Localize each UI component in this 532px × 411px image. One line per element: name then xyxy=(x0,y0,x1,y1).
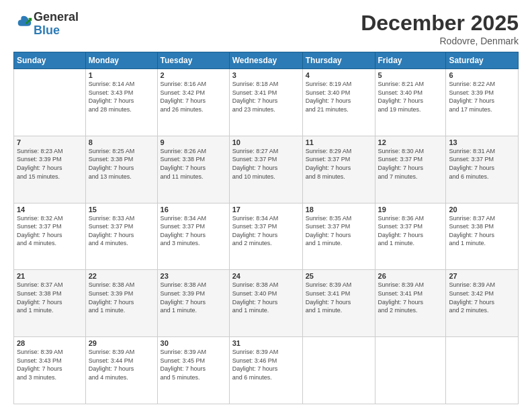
calendar-cell: 6Sunrise: 8:22 AM Sunset: 3:39 PM Daylig… xyxy=(446,69,519,136)
day-number: 29 xyxy=(89,339,154,347)
week-row-1: 1Sunrise: 8:14 AM Sunset: 3:43 PM Daylig… xyxy=(14,69,519,136)
logo-icon xyxy=(15,15,34,34)
day-info: Sunrise: 8:16 AM Sunset: 3:42 PM Dayligh… xyxy=(161,80,226,113)
weekday-wednesday: Wednesday xyxy=(229,52,302,69)
calendar-cell xyxy=(14,69,86,136)
day-number: 27 xyxy=(449,272,515,280)
week-row-2: 7Sunrise: 8:23 AM Sunset: 3:39 PM Daylig… xyxy=(14,136,519,203)
day-number: 10 xyxy=(232,138,300,146)
day-number: 19 xyxy=(378,205,443,214)
weekday-header-row: SundayMondayTuesdayWednesdayThursdayFrid… xyxy=(14,52,519,69)
calendar-cell: 13Sunrise: 8:31 AM Sunset: 3:37 PM Dayli… xyxy=(446,136,519,203)
calendar-cell: 10Sunrise: 8:27 AM Sunset: 3:37 PM Dayli… xyxy=(229,136,302,203)
month-title: December 2025 xyxy=(361,11,519,36)
day-number: 7 xyxy=(17,138,83,146)
day-info: Sunrise: 8:14 AM Sunset: 3:43 PM Dayligh… xyxy=(89,80,154,113)
calendar-cell: 12Sunrise: 8:30 AM Sunset: 3:37 PM Dayli… xyxy=(375,136,446,203)
day-info: Sunrise: 8:39 AM Sunset: 3:44 PM Dayligh… xyxy=(89,348,154,381)
day-info: Sunrise: 8:32 AM Sunset: 3:37 PM Dayligh… xyxy=(17,214,83,248)
day-info: Sunrise: 8:39 AM Sunset: 3:41 PM Dayligh… xyxy=(378,281,443,314)
calendar-cell: 2Sunrise: 8:16 AM Sunset: 3:42 PM Daylig… xyxy=(157,69,229,136)
day-info: Sunrise: 8:25 AM Sunset: 3:38 PM Dayligh… xyxy=(89,147,154,181)
day-info: Sunrise: 8:23 AM Sunset: 3:39 PM Dayligh… xyxy=(17,147,83,181)
calendar-cell: 9Sunrise: 8:26 AM Sunset: 3:38 PM Daylig… xyxy=(157,136,229,203)
calendar-cell: 17Sunrise: 8:34 AM Sunset: 3:37 PM Dayli… xyxy=(229,203,302,270)
calendar-cell: 8Sunrise: 8:25 AM Sunset: 3:38 PM Daylig… xyxy=(85,136,157,203)
calendar-cell: 16Sunrise: 8:34 AM Sunset: 3:37 PM Dayli… xyxy=(157,203,229,270)
day-number: 28 xyxy=(17,339,83,347)
day-number: 26 xyxy=(378,272,443,280)
day-number: 30 xyxy=(161,339,226,347)
day-number: 1 xyxy=(89,71,154,79)
day-number: 31 xyxy=(232,339,300,347)
day-info: Sunrise: 8:18 AM Sunset: 3:41 PM Dayligh… xyxy=(232,80,300,113)
calendar-cell: 29Sunrise: 8:39 AM Sunset: 3:44 PM Dayli… xyxy=(85,337,157,404)
day-number: 3 xyxy=(232,71,300,79)
day-number: 16 xyxy=(161,205,226,214)
day-number: 14 xyxy=(17,205,83,214)
day-info: Sunrise: 8:39 AM Sunset: 3:41 PM Dayligh… xyxy=(306,281,372,314)
week-row-3: 14Sunrise: 8:32 AM Sunset: 3:37 PM Dayli… xyxy=(14,203,519,270)
calendar-cell xyxy=(446,337,519,404)
calendar-cell: 24Sunrise: 8:38 AM Sunset: 3:40 PM Dayli… xyxy=(229,270,302,337)
calendar-cell: 20Sunrise: 8:37 AM Sunset: 3:38 PM Dayli… xyxy=(446,203,519,270)
day-number: 11 xyxy=(306,138,372,146)
calendar-cell: 15Sunrise: 8:33 AM Sunset: 3:37 PM Dayli… xyxy=(85,203,157,270)
calendar-cell: 26Sunrise: 8:39 AM Sunset: 3:41 PM Dayli… xyxy=(375,270,446,337)
day-info: Sunrise: 8:22 AM Sunset: 3:39 PM Dayligh… xyxy=(449,80,515,113)
calendar-cell: 7Sunrise: 8:23 AM Sunset: 3:39 PM Daylig… xyxy=(14,136,86,203)
day-info: Sunrise: 8:19 AM Sunset: 3:40 PM Dayligh… xyxy=(306,80,372,113)
day-info: Sunrise: 8:27 AM Sunset: 3:37 PM Dayligh… xyxy=(232,147,300,181)
calendar-cell: 25Sunrise: 8:39 AM Sunset: 3:41 PM Dayli… xyxy=(302,270,375,337)
day-info: Sunrise: 8:39 AM Sunset: 3:45 PM Dayligh… xyxy=(161,348,226,381)
day-info: Sunrise: 8:21 AM Sunset: 3:40 PM Dayligh… xyxy=(378,80,443,113)
calendar-cell: 28Sunrise: 8:39 AM Sunset: 3:43 PM Dayli… xyxy=(14,337,86,404)
calendar-cell: 1Sunrise: 8:14 AM Sunset: 3:43 PM Daylig… xyxy=(85,69,157,136)
day-number: 24 xyxy=(232,272,300,280)
day-info: Sunrise: 8:29 AM Sunset: 3:37 PM Dayligh… xyxy=(306,147,372,181)
day-number: 25 xyxy=(306,272,372,280)
day-info: Sunrise: 8:30 AM Sunset: 3:37 PM Dayligh… xyxy=(378,147,443,181)
calendar-cell: 23Sunrise: 8:38 AM Sunset: 3:39 PM Dayli… xyxy=(157,270,229,337)
week-row-4: 21Sunrise: 8:37 AM Sunset: 3:38 PM Dayli… xyxy=(14,270,519,337)
calendar-cell: 3Sunrise: 8:18 AM Sunset: 3:41 PM Daylig… xyxy=(229,69,302,136)
weekday-sunday: Sunday xyxy=(14,52,86,69)
day-number: 23 xyxy=(161,272,226,280)
weekday-thursday: Thursday xyxy=(302,52,375,69)
calendar-cell: 22Sunrise: 8:38 AM Sunset: 3:39 PM Dayli… xyxy=(85,270,157,337)
day-info: Sunrise: 8:39 AM Sunset: 3:42 PM Dayligh… xyxy=(449,281,515,314)
calendar-cell: 14Sunrise: 8:32 AM Sunset: 3:37 PM Dayli… xyxy=(14,203,86,270)
weekday-monday: Monday xyxy=(85,52,157,69)
calendar-cell xyxy=(302,337,375,404)
day-info: Sunrise: 8:39 AM Sunset: 3:46 PM Dayligh… xyxy=(232,348,300,381)
day-info: Sunrise: 8:35 AM Sunset: 3:37 PM Dayligh… xyxy=(306,214,372,248)
day-number: 2 xyxy=(161,71,226,79)
day-info: Sunrise: 8:38 AM Sunset: 3:39 PM Dayligh… xyxy=(161,281,226,314)
location: Rodovre, Denmark xyxy=(361,36,519,46)
weekday-friday: Friday xyxy=(375,52,446,69)
day-info: Sunrise: 8:37 AM Sunset: 3:38 PM Dayligh… xyxy=(17,281,83,314)
day-info: Sunrise: 8:37 AM Sunset: 3:38 PM Dayligh… xyxy=(449,214,515,248)
day-info: Sunrise: 8:26 AM Sunset: 3:38 PM Dayligh… xyxy=(161,147,226,181)
calendar-cell: 27Sunrise: 8:39 AM Sunset: 3:42 PM Dayli… xyxy=(446,270,519,337)
logo-text: General Blue xyxy=(34,11,79,38)
week-row-5: 28Sunrise: 8:39 AM Sunset: 3:43 PM Dayli… xyxy=(14,337,519,404)
weekday-saturday: Saturday xyxy=(446,52,519,69)
logo-general: General xyxy=(34,11,79,24)
day-info: Sunrise: 8:34 AM Sunset: 3:37 PM Dayligh… xyxy=(161,214,226,248)
logo: General Blue xyxy=(13,11,79,38)
day-info: Sunrise: 8:33 AM Sunset: 3:37 PM Dayligh… xyxy=(89,214,154,248)
day-number: 21 xyxy=(17,272,83,280)
day-number: 5 xyxy=(378,71,443,79)
day-number: 22 xyxy=(89,272,154,280)
calendar-cell: 18Sunrise: 8:35 AM Sunset: 3:37 PM Dayli… xyxy=(302,203,375,270)
header: General Blue December 2025 Rodovre, Denm… xyxy=(13,11,519,46)
day-number: 8 xyxy=(89,138,154,146)
day-number: 15 xyxy=(89,205,154,214)
title-block: December 2025 Rodovre, Denmark xyxy=(361,11,519,46)
day-number: 6 xyxy=(449,71,515,79)
calendar-cell xyxy=(375,337,446,404)
calendar-cell: 21Sunrise: 8:37 AM Sunset: 3:38 PM Dayli… xyxy=(14,270,86,337)
day-info: Sunrise: 8:38 AM Sunset: 3:39 PM Dayligh… xyxy=(89,281,154,314)
day-info: Sunrise: 8:36 AM Sunset: 3:37 PM Dayligh… xyxy=(378,214,443,248)
